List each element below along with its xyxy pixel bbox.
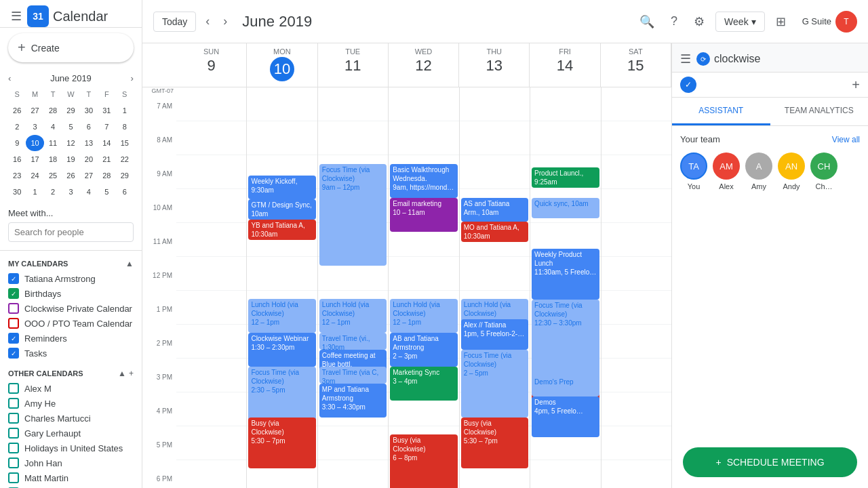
mini-cal-day[interactable]: 2 [44, 184, 62, 200]
hour-cell[interactable] [460, 257, 530, 291]
mini-cal-day[interactable]: 4 [44, 119, 62, 135]
hamburger-menu[interactable]: ☰ [11, 9, 22, 24]
mini-cal-day[interactable]: 3 [62, 184, 79, 200]
other-calendar-item[interactable]: Amy He [0, 396, 142, 411]
team-avatar-item[interactable]: AAmy [745, 152, 772, 190]
week-view-selector[interactable]: Week ▾ [715, 12, 765, 32]
other-calendar-item[interactable]: Alex M [0, 381, 142, 396]
tab-assistant[interactable]: ASSISTANT [672, 98, 770, 125]
settings-button[interactable]: ⚙ [688, 9, 710, 35]
calendar-event[interactable]: Demos4pm, 5 Freelo… [532, 396, 599, 437]
team-avatar-item[interactable]: ANAndy [778, 152, 805, 190]
hour-cell[interactable] [460, 121, 530, 155]
calendar-event[interactable]: Focus Time (via Clockwise)9am – 12pm [319, 164, 387, 266]
calendar-event[interactable]: MO and Tatiana A, 10:30am [461, 222, 528, 242]
hour-cell[interactable] [176, 426, 246, 460]
mini-cal-day[interactable]: 5 [98, 184, 115, 200]
hour-cell[interactable] [389, 121, 458, 155]
hour-cell[interactable] [176, 460, 246, 488]
mini-cal-day[interactable]: 24 [26, 167, 43, 184]
mini-cal-day[interactable]: 28 [98, 167, 115, 184]
calendar-event[interactable]: YB and Tatiana A, 10:30am [248, 220, 315, 240]
hour-cell[interactable] [176, 257, 246, 291]
apps-grid-button[interactable]: ⊞ [770, 9, 791, 35]
mini-cal-next[interactable]: › [131, 73, 134, 83]
my-calendar-item[interactable]: ✓Birthdays [0, 286, 142, 301]
my-calendar-item[interactable]: ✓Tasks [0, 346, 142, 361]
hour-cell[interactable] [318, 426, 388, 460]
search-people-input[interactable] [14, 227, 127, 237]
other-calendar-item[interactable]: Charles Martucci [0, 411, 142, 426]
calendar-event[interactable]: Lunch Hold (via Clockwise)12 – 1pm [248, 299, 315, 333]
calendar-event[interactable]: Basic Walkthrough Wednesda.9am, https://… [390, 164, 457, 198]
hour-cell[interactable] [530, 121, 600, 155]
hour-cell[interactable] [176, 223, 246, 257]
hour-cell[interactable] [318, 87, 388, 121]
mini-cal-day[interactable]: 30 [80, 102, 98, 119]
mini-cal-day[interactable]: 29 [116, 167, 134, 184]
calendar-event[interactable]: GTM / Design Sync, 10am [248, 199, 315, 220]
calendar-event[interactable]: MP and Tatiana Armstrong3:30 – 4:30pm [319, 384, 387, 418]
mini-cal-day[interactable]: 5 [62, 119, 79, 135]
mini-cal-day[interactable]: 30 [8, 184, 26, 200]
hour-cell[interactable] [318, 460, 388, 488]
mini-cal-day[interactable]: 18 [44, 151, 62, 167]
hour-cell[interactable] [601, 291, 671, 325]
mini-cal-day[interactable]: 4 [80, 184, 98, 200]
col-day-num[interactable]: 13 [459, 57, 529, 75]
calendar-event[interactable]: Travel Time (vi., 1:30pm [319, 333, 387, 350]
prev-week-button[interactable]: ‹ [201, 10, 214, 33]
calendar-event[interactable]: Busy (via Clockwise)6 – 8pm [390, 434, 457, 488]
hour-cell[interactable] [176, 121, 246, 155]
hour-cell[interactable] [247, 87, 317, 121]
hour-cell[interactable] [318, 121, 388, 155]
mini-cal-day[interactable]: 12 [62, 135, 79, 151]
hour-cell[interactable] [460, 155, 530, 189]
mini-cal-day[interactable]: 22 [116, 151, 134, 167]
hour-cell[interactable] [530, 87, 600, 121]
calendar-event[interactable]: Clockwise Webinar1:30 – 2:30pm [248, 333, 315, 367]
hour-cell[interactable] [389, 87, 458, 121]
view-all-button[interactable]: View all [832, 135, 860, 144]
mini-cal-day[interactable]: 1 [26, 184, 43, 200]
team-avatar-item[interactable]: CHCh… [810, 152, 837, 190]
col-day-num[interactable]: 10 [270, 57, 294, 81]
my-calendar-item[interactable]: ✓Tatiana Armstrong [0, 271, 142, 286]
col-day-num[interactable]: 9 [176, 57, 246, 75]
mini-cal-day[interactable]: 26 [8, 102, 26, 119]
other-calendar-item[interactable]: Matt Martin [0, 470, 142, 485]
hour-cell[interactable] [176, 359, 246, 392]
col-day-num[interactable]: 14 [530, 57, 599, 75]
hour-cell[interactable] [601, 460, 671, 488]
create-button[interactable]: + Create [8, 33, 134, 62]
mini-cal-day[interactable]: 6 [116, 184, 134, 200]
mini-cal-day[interactable]: 16 [8, 151, 26, 167]
mini-cal-day[interactable]: 3 [26, 119, 43, 135]
schedule-meeting-button[interactable]: + SCHEDULE MEETING [683, 447, 857, 477]
hour-cell[interactable] [176, 155, 246, 189]
hour-cell[interactable] [601, 155, 671, 189]
mini-cal-day[interactable]: 11 [44, 135, 62, 151]
col-day-num[interactable]: 12 [389, 57, 458, 75]
calendar-event[interactable]: Marketing Sync3 – 4pm [390, 367, 457, 401]
hour-cell[interactable] [601, 121, 671, 155]
mini-cal-day[interactable]: 15 [116, 135, 134, 151]
hour-cell[interactable] [601, 392, 671, 426]
hour-cell[interactable] [601, 87, 671, 121]
other-calendar-item[interactable]: Gary Lerhaupt [0, 426, 142, 441]
calendar-event[interactable]: Weekly Kickoff, 9:30am [248, 176, 315, 199]
mini-cal-day[interactable]: 1 [116, 102, 134, 119]
search-button[interactable]: 🔍 [634, 9, 660, 35]
calendar-event[interactable]: Lunch Hold (via Clockwise)12 – 1pm [390, 299, 457, 333]
hour-cell[interactable] [176, 291, 246, 325]
other-calendar-item[interactable]: Holidays in United States [0, 441, 142, 455]
hour-cell[interactable] [460, 87, 530, 121]
mini-cal-day[interactable]: 21 [98, 151, 115, 167]
mini-cal-day[interactable]: 28 [44, 102, 62, 119]
calendar-event[interactable]: Quick sync, 10am [532, 198, 599, 218]
col-day-num[interactable]: 11 [318, 57, 388, 75]
tab-team-analytics[interactable]: TEAM ANALYTICS [770, 98, 869, 125]
calendar-event[interactable]: Focus Time (via Clockwise)2 – 5pm [461, 350, 528, 418]
mini-cal-day[interactable]: 13 [80, 135, 98, 151]
mini-cal-day[interactable]: 31 [98, 102, 115, 119]
